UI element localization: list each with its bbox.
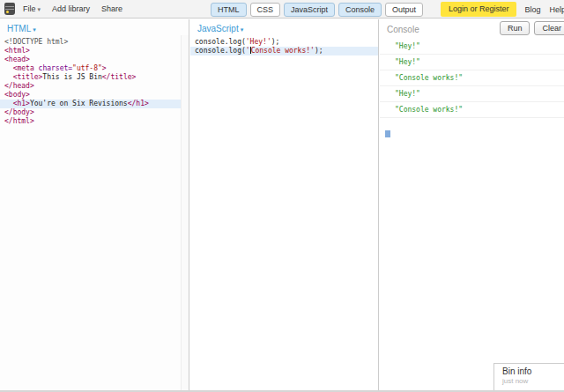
code-token: <body> <box>4 91 30 99</box>
code-token: This is JS Bin <box>42 73 101 81</box>
login-register-button[interactable]: Login or Register <box>441 2 517 17</box>
console-caret <box>385 130 390 137</box>
code-token: </title> <box>102 73 137 81</box>
panel-toggle-console[interactable]: Console <box>338 3 382 17</box>
code-token: Console works!' <box>251 47 315 55</box>
code-line: <meta charset="utf-8"> <box>0 64 189 73</box>
blog-link[interactable]: Blog <box>524 5 540 14</box>
add-library-menu[interactable]: Add library <box>52 4 90 13</box>
code-token: > <box>102 64 107 72</box>
code-token: <meta <box>13 64 34 72</box>
code-token: console.log( <box>195 47 246 55</box>
code-token: </h1> <box>128 100 149 107</box>
console-entry: "Console works!" <box>380 70 564 86</box>
jsbin-app: File▾ Add library Share HTMLCSSJavaScrip… <box>0 0 564 392</box>
code-token: </html> <box>4 117 34 125</box>
code-token: <h1> <box>13 100 30 107</box>
code-token: <html> <box>4 47 30 55</box>
code-line: <html> <box>0 47 189 55</box>
file-menu[interactable]: File▾ <box>23 4 41 13</box>
bin-info-timestamp: just now <box>502 377 564 385</box>
javascript-panel: JavaScript▾ console.log('Hey!');console.… <box>190 19 379 392</box>
toolbar-right: Login or Register Blog Help <box>441 0 562 18</box>
console-entry: "Hey!" <box>380 39 564 55</box>
bin-info-title: Bin info <box>502 366 564 376</box>
add-library-label: Add library <box>52 4 90 13</box>
share-menu[interactable]: Share <box>101 4 122 13</box>
code-token <box>4 64 13 72</box>
console-entry: "Hey!" <box>380 55 564 70</box>
code-token <box>4 100 13 107</box>
help-link[interactable]: Help <box>549 5 564 14</box>
console-panel-header: Console Run Clear <box>380 19 564 37</box>
console-panel: Console Run Clear "Hey!""Hey!""Console w… <box>380 19 564 392</box>
code-token: </body> <box>4 108 34 116</box>
panel-toggle-output[interactable]: Output <box>385 3 423 17</box>
code-token: <!DOCTYPE html> <box>4 38 68 46</box>
javascript-code-editor[interactable]: console.log('Hey!');console.log('Console… <box>190 35 378 55</box>
code-line: <!DOCTYPE html> <box>0 38 189 47</box>
file-menu-label: File <box>23 4 36 13</box>
code-token: "utf-8" <box>72 64 102 72</box>
code-token: You're on Six Revisions <box>30 100 128 107</box>
console-entry: "Console works!" <box>380 102 564 118</box>
chevron-down-icon: ▾ <box>241 26 244 33</box>
console-entry: "Hey!" <box>380 86 564 102</box>
html-panel: HTML▾ <!DOCTYPE html><html><head> <meta … <box>0 19 189 392</box>
code-token: ); <box>315 47 323 55</box>
code-token <box>4 73 13 81</box>
code-line: console.log('Hey!'); <box>190 38 378 47</box>
panel-toggle-html[interactable]: HTML <box>211 3 247 17</box>
code-token: ); <box>271 38 280 46</box>
panel-toggle-css[interactable]: CSS <box>250 3 281 17</box>
javascript-panel-title: JavaScript <box>197 24 239 33</box>
code-line: </head> <box>0 82 189 91</box>
top-toolbar: File▾ Add library Share HTMLCSSJavaScrip… <box>0 0 564 18</box>
main-area: HTML▾ <!DOCTYPE html><html><head> <meta … <box>0 19 564 392</box>
console-panel-title: Console <box>387 25 419 34</box>
chevron-down-icon: ▾ <box>38 6 41 12</box>
html-panel-title: HTML <box>7 24 31 33</box>
clear-button[interactable]: Clear <box>534 21 564 35</box>
code-token: </head> <box>4 82 34 90</box>
code-line: <head> <box>0 55 189 64</box>
jsbin-logo-icon[interactable] <box>4 3 15 15</box>
bin-info-panel[interactable]: Bin info just now <box>494 363 564 390</box>
javascript-panel-header: JavaScript▾ <box>190 19 378 35</box>
code-token: <head> <box>4 55 30 63</box>
html-editor-scrollbar[interactable] <box>181 35 189 392</box>
code-line: </html> <box>0 117 189 126</box>
console-buttons: Run Clear <box>495 21 564 35</box>
html-panel-header: HTML▾ <box>0 19 189 35</box>
code-line: </body> <box>0 108 189 117</box>
code-line: <body> <box>0 91 189 100</box>
html-panel-menu[interactable]: HTML▾ <box>7 24 36 33</box>
code-line: <title>This is JS Bin</title> <box>0 73 189 82</box>
html-code-editor[interactable]: <!DOCTYPE html><html><head> <meta charse… <box>0 35 189 126</box>
panel-toggle-group: HTMLCSSJavaScriptConsoleOutput <box>211 3 427 17</box>
console-input[interactable] <box>380 118 564 141</box>
javascript-panel-menu[interactable]: JavaScript▾ <box>197 24 243 33</box>
code-token: console.log( <box>195 38 246 46</box>
chevron-down-icon: ▾ <box>33 26 36 33</box>
code-line: console.log('Console works!'); <box>190 47 378 55</box>
code-line: <h1>You're on Six Revisions</h1> <box>0 100 189 108</box>
share-label: Share <box>101 4 122 13</box>
code-token: 'Hey!' <box>246 38 271 46</box>
code-token: charset= <box>39 64 73 72</box>
panel-toggle-javascript[interactable]: JavaScript <box>284 3 335 17</box>
run-button[interactable]: Run <box>500 21 531 35</box>
code-token: <title> <box>13 73 43 81</box>
console-output-list: "Hey!""Hey!""Console works!""Hey!""Conso… <box>380 39 564 118</box>
